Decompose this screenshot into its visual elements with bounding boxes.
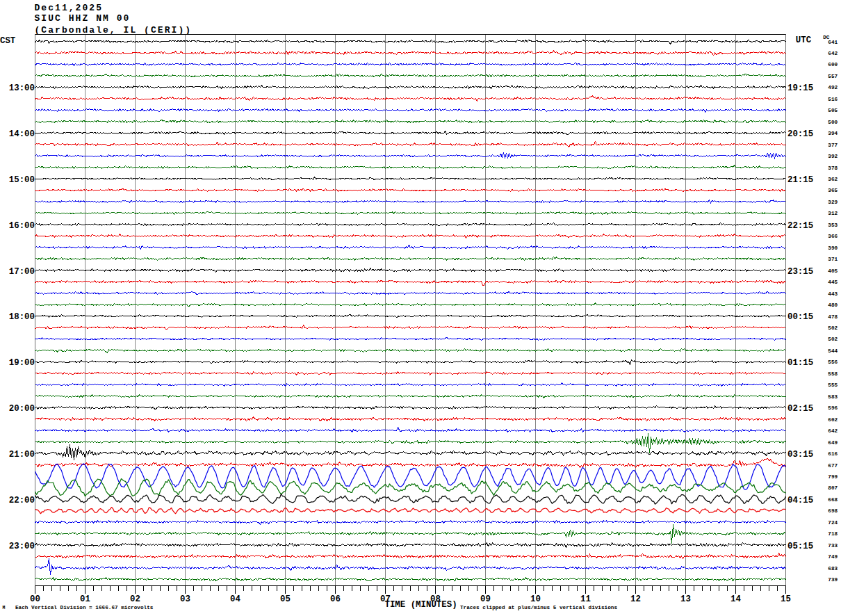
svg-text:02:15: 02:15 bbox=[787, 404, 813, 414]
svg-text:724: 724 bbox=[828, 520, 838, 526]
svg-text:544: 544 bbox=[828, 348, 838, 354]
svg-text:22:15: 22:15 bbox=[787, 221, 813, 231]
svg-text:(Carbondale, IL (CERI)): (Carbondale, IL (CERI)) bbox=[35, 25, 193, 35]
svg-text:616: 616 bbox=[828, 451, 838, 457]
svg-text:362: 362 bbox=[828, 177, 838, 182]
svg-text:394: 394 bbox=[828, 131, 838, 136]
svg-text:649: 649 bbox=[828, 440, 838, 446]
svg-text:13: 13 bbox=[680, 594, 691, 604]
svg-text:00: 00 bbox=[30, 594, 40, 604]
svg-text:739: 739 bbox=[828, 577, 838, 583]
svg-text:478: 478 bbox=[828, 314, 838, 320]
svg-text:Dec11,2025: Dec11,2025 bbox=[35, 3, 104, 13]
svg-text:583: 583 bbox=[828, 394, 838, 400]
svg-text:378: 378 bbox=[828, 165, 838, 171]
svg-text:02: 02 bbox=[130, 594, 140, 604]
svg-text:718: 718 bbox=[828, 531, 838, 537]
svg-text:502: 502 bbox=[828, 337, 838, 342]
svg-text:596: 596 bbox=[828, 405, 838, 411]
svg-text:M: M bbox=[3, 606, 6, 610]
svg-text:371: 371 bbox=[828, 257, 838, 262]
svg-text:443: 443 bbox=[828, 291, 838, 297]
svg-text:19:15: 19:15 bbox=[787, 83, 813, 93]
svg-text:17:00: 17:00 bbox=[9, 267, 35, 277]
svg-text:14: 14 bbox=[730, 594, 741, 604]
svg-text:492: 492 bbox=[828, 85, 838, 90]
svg-text:312: 312 bbox=[828, 211, 838, 216]
svg-text:13:00: 13:00 bbox=[9, 83, 35, 93]
svg-text:01:15: 01:15 bbox=[787, 358, 813, 368]
svg-text:09: 09 bbox=[480, 594, 491, 604]
svg-text:10: 10 bbox=[530, 594, 541, 604]
svg-text:405: 405 bbox=[828, 268, 838, 274]
svg-text:15:00: 15:00 bbox=[9, 175, 35, 185]
svg-text:UTC: UTC bbox=[796, 35, 812, 45]
svg-text:502: 502 bbox=[828, 325, 838, 331]
svg-text:733: 733 bbox=[828, 543, 838, 549]
svg-text:500: 500 bbox=[828, 120, 838, 125]
svg-text:06: 06 bbox=[330, 594, 341, 604]
svg-text:23:15: 23:15 bbox=[787, 267, 813, 277]
svg-text:668: 668 bbox=[828, 497, 838, 503]
svg-text:365: 365 bbox=[828, 188, 838, 193]
svg-text:799: 799 bbox=[828, 474, 838, 480]
svg-text:04: 04 bbox=[230, 594, 240, 604]
svg-text:749: 749 bbox=[828, 554, 838, 560]
svg-text:14:00: 14:00 bbox=[9, 129, 35, 139]
svg-text:377: 377 bbox=[828, 143, 838, 148]
svg-text:516: 516 bbox=[828, 97, 838, 102]
svg-text:12: 12 bbox=[630, 594, 641, 604]
svg-text:683: 683 bbox=[828, 566, 838, 572]
svg-text:SIUC HHZ NM 00: SIUC HHZ NM 00 bbox=[35, 13, 131, 24]
svg-text:677: 677 bbox=[828, 463, 838, 469]
svg-text:03: 03 bbox=[180, 594, 190, 604]
svg-text:556: 556 bbox=[828, 359, 838, 365]
svg-text:642: 642 bbox=[828, 51, 838, 56]
svg-text:557: 557 bbox=[828, 74, 838, 79]
svg-text:558: 558 bbox=[828, 371, 838, 377]
svg-text:20:00: 20:00 bbox=[9, 404, 35, 414]
svg-text:05:15: 05:15 bbox=[787, 542, 813, 551]
svg-text:390: 390 bbox=[828, 245, 838, 251]
svg-text:480: 480 bbox=[828, 302, 838, 308]
svg-text:19:00: 19:00 bbox=[9, 358, 35, 368]
svg-text:03:15: 03:15 bbox=[787, 450, 813, 460]
svg-text:807: 807 bbox=[828, 485, 838, 491]
svg-text:04:15: 04:15 bbox=[787, 496, 813, 505]
svg-text:392: 392 bbox=[828, 154, 838, 159]
svg-text:CST: CST bbox=[0, 36, 16, 46]
svg-text:366: 366 bbox=[828, 234, 838, 239]
svg-text:18:00: 18:00 bbox=[9, 312, 35, 322]
svg-text:11: 11 bbox=[580, 594, 591, 604]
svg-text:600: 600 bbox=[828, 62, 838, 67]
svg-text:22:00: 22:00 bbox=[9, 496, 35, 505]
svg-text:00:15: 00:15 bbox=[787, 312, 813, 322]
svg-text:21:00: 21:00 bbox=[9, 450, 35, 460]
svg-text:21:15: 21:15 bbox=[787, 175, 813, 185]
svg-text:642: 642 bbox=[828, 428, 838, 434]
svg-text:641: 641 bbox=[828, 40, 838, 45]
svg-text:329: 329 bbox=[828, 200, 838, 205]
svg-text:16:00: 16:00 bbox=[9, 221, 35, 231]
svg-text:Each Vertical Division = 1666.: Each Vertical Division = 1666.67 microvo… bbox=[15, 605, 154, 610]
svg-text:23:00: 23:00 bbox=[9, 542, 35, 551]
svg-text:353: 353 bbox=[828, 222, 838, 228]
svg-text:505: 505 bbox=[828, 108, 838, 113]
svg-text:20:15: 20:15 bbox=[787, 129, 813, 139]
svg-text:TIME (MINUTES): TIME (MINUTES) bbox=[385, 600, 457, 610]
svg-text:Traces clipped at plus/minus 5: Traces clipped at plus/minus 5 vertical … bbox=[460, 605, 617, 610]
svg-text:698: 698 bbox=[828, 508, 838, 514]
svg-text:445: 445 bbox=[828, 279, 838, 285]
svg-text:01: 01 bbox=[80, 594, 90, 604]
svg-text:602: 602 bbox=[828, 417, 838, 423]
svg-text:555: 555 bbox=[828, 382, 838, 388]
svg-text:05: 05 bbox=[280, 594, 291, 604]
svg-text:15: 15 bbox=[781, 594, 791, 604]
